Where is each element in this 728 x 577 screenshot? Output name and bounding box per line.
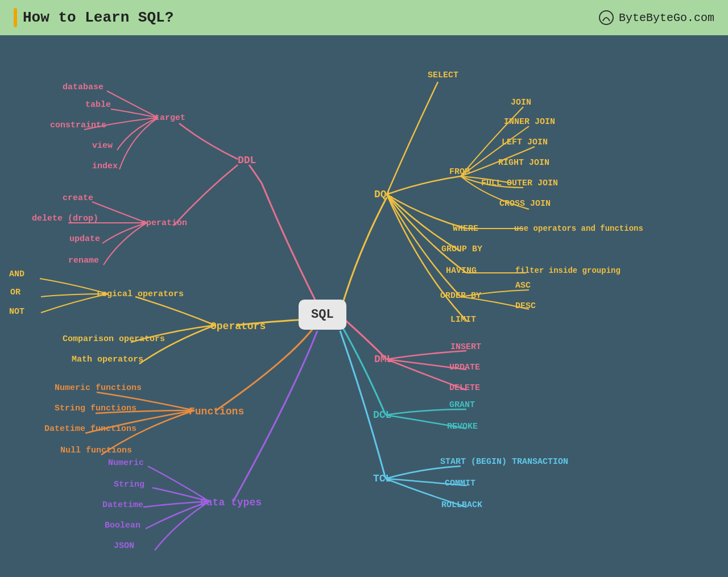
logo: ByteByteGo.com [598,10,714,26]
node-datetime-dt: Datetime [102,500,143,510]
node-inner-join: INNER JOIN [504,117,555,127]
node-rollback: ROLLBACK [441,500,482,510]
node-grant: GRANT [449,400,475,410]
node-tcl: TCL [373,473,391,484]
node-right-join: RIGHT JOIN [498,158,549,168]
node-delete-dml: DELETE [449,383,480,393]
node-from: FROM [449,167,470,177]
node-create: create [63,193,93,203]
connection-lines [0,35,728,577]
node-rename: rename [68,256,99,265]
node-boolean-dt: Boolean [105,521,140,530]
node-datatypes: Data types [200,497,262,508]
node-revoke: REVOKE [447,422,478,431]
node-cross-join: CROSS JOIN [499,199,551,209]
center-node: SQL [299,300,346,330]
node-numeric-dt: Numeric [108,458,144,468]
node-null-fn: Null functions [60,446,132,455]
node-left-join: LEFT JOIN [502,138,548,147]
node-dcl: DCL [373,409,391,421]
header: How to Learn SQL? ByteByteGo.com [0,0,728,35]
node-logical: Logical operators [97,289,184,299]
logo-text: ByteByteGo.com [619,11,714,24]
node-table: table [85,100,111,110]
node-start-txn: START (BEGIN) TRANSACTION [440,457,568,467]
page-title: How to Learn SQL? [14,8,173,27]
logo-icon [598,10,614,26]
node-index: index [92,161,118,171]
node-and: AND [9,269,24,279]
node-where: WHERE [453,224,478,234]
node-filter-inside: filter inside grouping [515,266,621,275]
node-select: SELECT [428,70,458,80]
node-join: JOIN [511,98,531,107]
node-order-by: ORDER BY [440,291,481,301]
node-ddl: DDL [238,155,256,166]
node-having: HAVING [446,266,477,276]
node-asc: ASC [515,281,531,290]
node-group-by: GROUP BY [441,244,482,254]
node-math: Math operators [72,355,143,364]
node-update: update [69,234,100,244]
node-insert: INSERT [450,342,481,352]
node-comparison: Comparison operators [63,334,165,344]
node-full-outer: FULL OUTER JOIN [481,179,558,188]
node-target: target [155,113,185,123]
node-numeric-fn: Numeric functions [55,383,142,393]
node-datetime-fn: Datetime functions [44,424,136,434]
node-dql: DQL [374,189,392,200]
mind-map-canvas: SQL DDL target database table constraint… [0,35,728,577]
node-or: OR [10,288,20,297]
node-json-dt: JSON [114,541,134,551]
node-operators: Operators [210,321,266,332]
node-functions: Functions [189,406,244,417]
node-not: NOT [9,307,24,317]
node-database: database [63,82,104,92]
title-text: How to Learn SQL? [23,9,173,26]
node-use-ops: use operators and functions [514,224,643,233]
node-desc: DESC [515,301,536,311]
node-delete-drop: delete (drop) [32,214,98,223]
node-update-dml: UPDATE [449,363,480,372]
node-view: view [92,141,113,151]
node-string-fn: String functions [55,404,136,413]
node-commit: COMMIT [445,479,475,488]
node-operation: operation [141,218,187,228]
node-dml: DML [374,354,392,365]
node-limit: LIMIT [450,315,476,325]
node-constraints: constraints [50,121,106,130]
node-string-dt: String [114,480,144,489]
